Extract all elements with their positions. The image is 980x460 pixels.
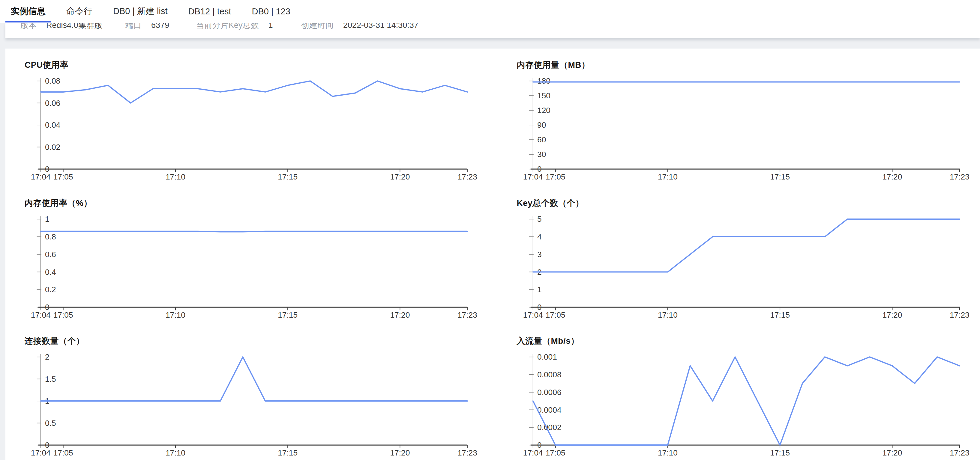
memory-usage-mb-line-chart: 180150120906030017:0417:0517:1017:1517:2… [515,77,972,181]
tab-label: DB0 | 新建 list [113,5,168,17]
svg-text:17:15: 17:15 [770,172,790,181]
svg-text:0.02: 0.02 [45,143,60,152]
active-tab-underline [5,21,51,22]
svg-text:0.08: 0.08 [45,77,60,86]
svg-text:3: 3 [537,250,541,259]
svg-text:17:04: 17:04 [523,310,542,319]
chart-title: CPU使用率 [25,59,480,71]
svg-text:17:10: 17:10 [657,310,677,319]
svg-text:17:10: 17:10 [657,172,677,181]
svg-text:17:20: 17:20 [390,172,410,181]
info-label: 当前分片Key总数 [196,23,259,31]
svg-text:2: 2 [45,353,49,362]
svg-text:0.5: 0.5 [45,419,56,428]
svg-text:17:10: 17:10 [165,448,185,457]
svg-text:17:05: 17:05 [545,448,565,457]
svg-text:1: 1 [537,285,541,294]
svg-text:17:23: 17:23 [950,448,969,457]
tab-label: DB12 | test [188,6,231,16]
info-pair-created-time: 创建时间 2022-03-31 14:30:37 [301,23,418,31]
svg-text:0.2: 0.2 [45,285,56,294]
info-value: 2022-03-31 14:30:37 [343,23,418,31]
svg-text:4: 4 [537,232,541,241]
memory-usage-percent-line-chart: 10.80.60.40.2017:0417:0517:1017:1517:201… [24,216,480,319]
svg-text:0.06: 0.06 [45,98,60,108]
chart-memory-usage-mb: 内存使用量（MB） 180150120906030017:0417:0517:1… [515,59,972,181]
svg-text:17:23: 17:23 [950,310,969,319]
svg-text:17:23: 17:23 [457,172,477,181]
svg-text:17:15: 17:15 [770,448,790,457]
svg-text:17:04: 17:04 [31,172,51,181]
svg-text:17:20: 17:20 [882,172,902,181]
instance-info-bar: 版本 Redis4.0集群版 端口 6379 当前分片Key总数 1 创建时间 … [5,23,980,38]
svg-text:17:05: 17:05 [545,172,565,181]
svg-text:17:15: 17:15 [278,310,298,319]
svg-text:17:05: 17:05 [53,172,73,181]
chart-title: 内存使用率（%） [25,197,480,209]
svg-text:17:05: 17:05 [53,310,73,319]
svg-text:60: 60 [537,135,546,144]
svg-text:90: 90 [537,121,546,130]
svg-text:17:05: 17:05 [53,448,73,457]
tab-label: 命令行 [66,5,92,17]
svg-text:17:15: 17:15 [278,448,298,457]
chart-title: 连接数量（个） [25,335,480,347]
cpu-usage-line-chart: 0.080.060.040.02017:0417:0517:1017:1517:… [24,77,480,181]
svg-text:0.6: 0.6 [45,250,56,259]
info-pair-port: 端口 6379 [126,23,196,31]
svg-text:1.5: 1.5 [45,374,56,384]
svg-text:17:10: 17:10 [165,310,185,319]
svg-text:17:20: 17:20 [390,448,410,457]
svg-text:5: 5 [537,216,541,224]
info-value: 1 [269,23,273,31]
svg-text:17:15: 17:15 [770,310,790,319]
connection-count-line-chart: 21.510.5017:0417:0517:1017:1517:2017:23 [24,353,480,457]
svg-text:17:23: 17:23 [457,448,477,457]
svg-text:17:05: 17:05 [545,310,565,319]
svg-text:17:10: 17:10 [657,448,677,457]
chart-key-count: Key总个数（个） 54321017:0417:0517:1017:1517:2… [515,197,972,319]
svg-text:150: 150 [537,91,550,100]
svg-text:120: 120 [537,106,550,115]
svg-text:17:04: 17:04 [523,172,542,181]
key-count-line-chart: 54321017:0417:0517:1017:1517:2017:23 [515,216,972,319]
info-label: 创建时间 [301,23,334,31]
svg-text:17:20: 17:20 [882,310,902,319]
tab-label: 实例信息 [11,5,46,17]
chart-title: 入流量（Mb/s） [517,335,972,347]
chart-title: Key总个数（个） [517,197,972,209]
info-pair-shard-key-count: 当前分片Key总数 1 [196,23,301,31]
chart-inbound-traffic: 入流量（Mb/s） 0.0010.00080.00060.00040.00020… [515,335,972,457]
chart-title: 内存使用量（MB） [517,59,972,71]
instance-info-content: 版本 Redis4.0集群版 端口 6379 当前分片Key总数 1 创建时间 … [5,23,980,31]
chart-cpu-usage: CPU使用率 0.080.060.040.02017:0417:0517:101… [24,59,480,181]
svg-text:1: 1 [45,216,49,224]
tab-db12-test[interactable]: DB12 | test [183,0,237,23]
chart-memory-usage-percent: 内存使用率（%） 10.80.60.40.2017:0417:0517:1017… [24,197,480,319]
charts-panel: CPU使用率 0.080.060.040.02017:0417:0517:101… [5,49,980,460]
svg-text:17:04: 17:04 [31,448,51,457]
svg-text:17:23: 17:23 [950,172,969,181]
svg-text:0.0008: 0.0008 [537,370,561,379]
svg-text:0.0004: 0.0004 [537,406,561,414]
svg-text:17:23: 17:23 [457,310,477,319]
svg-text:0.0002: 0.0002 [537,423,561,432]
info-label: 端口 [126,23,142,31]
tab-instance-info[interactable]: 实例信息 [5,0,51,23]
svg-text:17:10: 17:10 [165,172,185,181]
tab-db0-new-list[interactable]: DB0 | 新建 list [108,0,173,23]
svg-text:17:04: 17:04 [523,448,542,457]
tab-command-line[interactable]: 命令行 [61,0,98,23]
info-pair-version: 版本 Redis4.0集群版 [21,23,126,31]
info-value: 6379 [151,23,169,31]
svg-text:0.0006: 0.0006 [537,388,561,397]
tab-db0-123[interactable]: DB0 | 123 [247,0,296,23]
info-value: Redis4.0集群版 [46,23,103,31]
inbound-traffic-line-chart: 0.0010.00080.00060.00040.0002017:0417:05… [515,353,972,457]
svg-text:0.4: 0.4 [45,267,56,276]
svg-text:0.8: 0.8 [45,232,56,241]
svg-text:17:15: 17:15 [278,172,298,181]
svg-text:17:04: 17:04 [31,310,51,319]
tab-label: DB0 | 123 [252,6,290,16]
chart-connection-count: 连接数量（个） 21.510.5017:0417:0517:1017:1517:… [24,335,480,457]
